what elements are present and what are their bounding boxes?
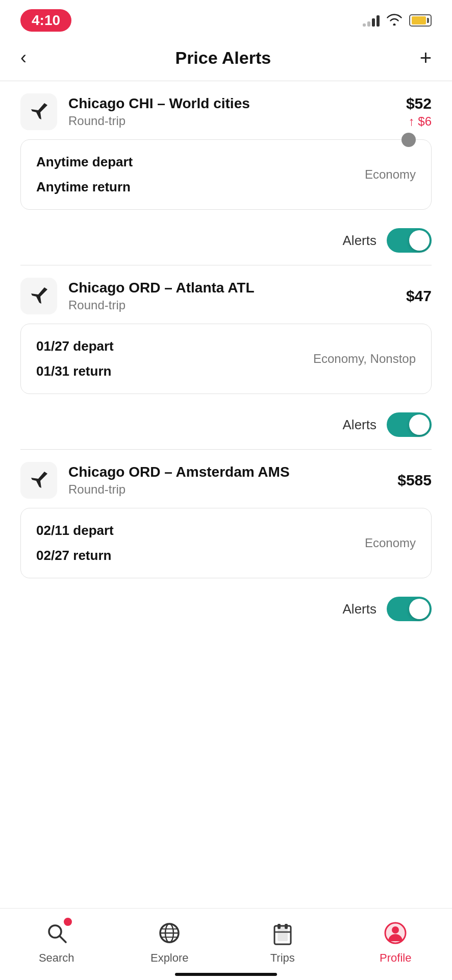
route-name-1: Chicago CHI – World cities [68,95,250,112]
status-icons [363,12,432,29]
route-row-1[interactable]: Chicago CHI – World cities Round-trip $5… [20,93,432,130]
alert-card-1: Chicago CHI – World cities Round-trip $5… [0,81,452,210]
route-type-1: Round-trip [68,114,250,128]
alerts-toggle-1[interactable] [387,228,432,253]
svg-rect-11 [278,925,288,941]
nav-item-trips[interactable]: Trips [252,919,313,965]
route-row-3[interactable]: Chicago ORD – Amsterdam AMS Round-trip $… [20,462,432,499]
nav-item-search[interactable]: Search [26,919,87,965]
nav-label-explore: Explore [150,951,189,965]
plane-icon-1 [20,93,57,130]
alerts-text-1: Alerts [343,233,376,249]
route-type-2: Round-trip [68,298,255,312]
alerts-text-2: Alerts [343,417,376,433]
detail-dot-1 [401,133,416,147]
search-badge [63,917,73,927]
return-label-3: 02/27 return [36,548,416,564]
battery-icon [409,14,432,27]
back-button[interactable]: ‹ [20,47,27,68]
trips-nav-icon [268,919,297,947]
explore-nav-icon [155,919,184,947]
cabin-label-1: Economy [365,167,416,182]
plane-icon-3 [20,462,57,499]
alerts-text-3: Alerts [343,601,376,617]
price-1: $52 [406,95,432,112]
alerts-row-2: Alerts [0,404,452,449]
alerts-toggle-3[interactable] [387,597,432,621]
route-name-3: Chicago ORD – Amsterdam AMS [68,464,290,480]
nav-label-profile: Profile [380,951,411,965]
svg-point-14 [392,926,399,934]
page-title: Price Alerts [175,48,271,68]
nav-label-search: Search [39,951,74,965]
profile-nav-icon [381,919,410,947]
route-name-2: Chicago ORD – Atlanta ATL [68,280,255,296]
signal-icon [363,14,380,27]
status-bar: 4:10 [0,0,452,37]
status-time: 4:10 [20,9,71,32]
price-change-1: ↑ $6 [406,114,432,129]
alerts-toggle-2[interactable] [387,412,432,437]
return-label-1: Anytime return [36,179,416,195]
nav-item-profile[interactable]: Profile [365,919,426,965]
cabin-label-3: Economy [365,536,416,550]
svg-line-1 [60,936,66,942]
detail-box-3: 02/11 depart 02/27 return Economy [20,508,432,578]
alerts-row-3: Alerts [0,589,452,633]
detail-box-2: 01/27 depart 01/31 return Economy, Nonst… [20,324,432,394]
nav-label-trips: Trips [270,951,295,965]
home-indicator [175,973,277,976]
bottom-nav: Search Explore Trips [0,908,452,980]
wifi-icon [386,12,403,29]
add-alert-button[interactable]: + [420,47,432,68]
route-row-2[interactable]: Chicago ORD – Atlanta ATL Round-trip $47 [20,278,432,314]
alert-card-2: Chicago ORD – Atlanta ATL Round-trip $47… [0,265,452,394]
price-3: $585 [397,472,432,489]
nav-item-explore[interactable]: Explore [139,919,200,965]
cabin-label-2: Economy, Nonstop [313,352,416,366]
plane-icon-2 [20,278,57,314]
detail-box-1: Anytime depart Anytime return Economy [20,139,432,210]
depart-label-1: Anytime depart [36,154,416,170]
route-type-3: Round-trip [68,482,290,497]
search-nav-icon [42,919,71,947]
alert-card-3: Chicago ORD – Amsterdam AMS Round-trip $… [0,450,452,578]
alerts-row-1: Alerts [0,220,452,265]
depart-label-3: 02/11 depart [36,523,416,538]
price-2: $47 [406,287,432,305]
page-header: ‹ Price Alerts + [0,37,452,81]
